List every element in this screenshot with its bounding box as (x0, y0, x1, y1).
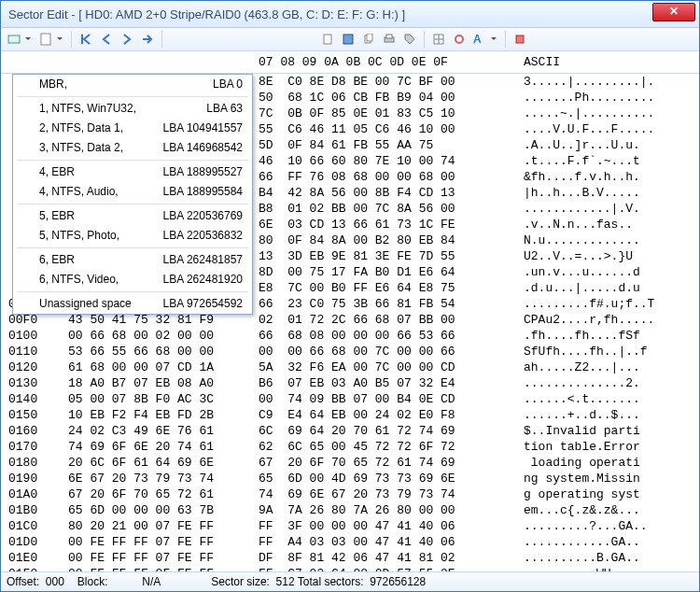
menu-item[interactable]: 3, NTFS, Data 2,LBA 146968542 (13, 138, 252, 158)
hex-cell-a: 18 A0 B7 07 EB 08 A0 (68, 375, 259, 391)
menu-item[interactable]: 4, EBRLBA 188995527 (13, 162, 252, 182)
hex-row[interactable]: 012061 68 00 00 07 CD 1A5A 32 F6 EA 00 7… (1, 359, 699, 375)
hex-cell-b: C9 E4 64 EB 00 24 02 E0 F8 (259, 407, 516, 423)
save-button[interactable] (339, 30, 357, 49)
ascii-cell: g operating syst (516, 486, 699, 502)
hex-row[interactable]: 011053 66 55 66 68 00 0000 00 66 68 00 7… (1, 344, 699, 359)
tag-button[interactable] (400, 30, 419, 49)
offset-cell: 0120 (1, 359, 68, 375)
hex-row[interactable]: 01A067 20 6F 70 65 72 6174 69 6E 67 20 7… (1, 486, 699, 502)
print-button[interactable] (380, 30, 399, 49)
hex-cell-a: 80 20 21 00 07 FE FF (68, 518, 259, 534)
menu-item[interactable]: 6, NTFS, Video,LBA 262481920 (13, 270, 252, 289)
open-disk-dropdown[interactable] (5, 30, 35, 49)
help-button[interactable] (511, 30, 529, 49)
hex-row[interactable]: 01D000 FE FF FF 07 FE FFFF A4 03 03 00 4… (1, 534, 699, 550)
offset-cell: 01A0 (1, 486, 68, 502)
hex-cell-b: 66 68 08 00 00 00 66 53 66 (259, 328, 516, 344)
menu-separator (17, 247, 248, 248)
hex-row[interactable]: 010000 66 68 00 02 00 0066 68 08 00 00 0… (1, 328, 699, 344)
menu-item-label: 6, NTFS, Video, (39, 272, 119, 288)
menu-item-lba: LBA 972654592 (163, 296, 243, 312)
nav-first-button[interactable] (77, 30, 95, 49)
print-icon (384, 34, 395, 45)
menu-item[interactable]: Unassigned spaceLBA 972654592 (13, 294, 252, 314)
menu-item[interactable]: 2, NTFS, Data 1,LBA 104941557 (13, 119, 252, 138)
menu-item-lba: LBA 262481920 (163, 272, 243, 288)
menu-item-label: 1, NTFS, Win7U32, (39, 101, 136, 117)
hex-row[interactable]: 01C080 20 21 00 07 FE FFFF 3F 00 00 00 4… (1, 518, 699, 534)
menu-separator (17, 160, 248, 161)
grid-icon (433, 34, 444, 45)
window-title: Sector Edit - [ HD0: AMD 2+0 Stripe/RAID… (8, 7, 405, 21)
ascii-header: ASCII (516, 54, 699, 70)
menu-item-label: 4, NTFS, Audio, (39, 184, 119, 200)
hex-row[interactable]: 01906E 67 20 73 79 73 7465 6D 00 4D 69 7… (1, 471, 699, 486)
ascii-cell: &fh....f.v.h..h. (516, 169, 699, 185)
hex-cell-a: 00 66 68 00 02 00 00 (68, 328, 259, 344)
hex-cell-b: 5A 32 F6 EA 00 7C 00 00 CD (259, 359, 516, 375)
hex-cell-b: 66 23 C0 75 3B 66 81 FB 54 (259, 296, 516, 312)
menu-item-lba: LBA 146968542 (163, 140, 243, 156)
font-dropdown[interactable]: A (470, 30, 500, 49)
hex-cell-b: 8D 00 75 17 FA B0 D1 E6 64 (259, 264, 516, 280)
ascii-cell: ............|.V. (516, 201, 699, 217)
goto-icon (142, 34, 153, 45)
font-icon: A (473, 33, 482, 46)
hex-cell-b: 55 C6 46 11 05 C6 46 10 00 (259, 121, 516, 137)
tool1-button[interactable] (429, 30, 448, 49)
hex-cell-b: DF 8F 81 42 06 47 41 81 02 (259, 550, 516, 566)
close-button[interactable]: ✕ (652, 3, 695, 21)
copy-button[interactable] (359, 30, 378, 49)
hex-row[interactable]: 015010 EB F2 F4 EB FD 2BC9 E4 64 EB 00 2… (1, 407, 699, 423)
hex-row[interactable]: 014005 00 07 8B F0 AC 3C00 74 09 BB 07 0… (1, 391, 699, 407)
hex-cell-b: 67 20 6F 70 65 72 61 74 69 (259, 455, 516, 471)
block-label: Block: (77, 575, 108, 588)
tool2-button[interactable] (450, 30, 469, 49)
menu-item-label: 4, EBR (39, 164, 75, 180)
menu-item[interactable]: 6, EBRLBA 262481857 (13, 250, 252, 270)
ascii-cell: U2..V..=...>.}U (516, 248, 699, 264)
hex-cell-b: 46 10 66 60 80 7E 10 00 74 (259, 153, 516, 169)
hex-row[interactable]: 018020 6C 6F 61 64 69 6E67 20 6F 70 65 7… (1, 455, 699, 471)
ascii-cell: ....V.U.F...F..... (516, 121, 699, 137)
app-window: Sector Edit - [ HD0: AMD 2+0 Stripe/RAID… (0, 0, 700, 592)
menu-item-lba: LBA 188995527 (163, 164, 243, 180)
new-button[interactable] (318, 30, 337, 49)
menu-item-lba: LBA 104941557 (163, 120, 243, 136)
ascii-cell: $..Invalid parti (516, 423, 699, 439)
menu-item[interactable]: 5, EBRLBA 220536769 (13, 206, 252, 226)
disk-icon (7, 33, 21, 46)
hex-cell-a: 00 FE FF FF 07 FE FF (68, 550, 259, 566)
hex-cell-b: FF 3F 00 00 00 47 41 40 06 (259, 518, 516, 534)
hex-cell-b: B4 42 8A 56 00 8B F4 CD 13 (259, 185, 516, 201)
menu-item[interactable]: MBR,LBA 0 (13, 75, 252, 94)
hex-row[interactable]: 016024 02 C3 49 6E 76 616C 69 64 20 70 6… (1, 423, 699, 439)
menu-item-lba: LBA 220536769 (163, 208, 243, 224)
menu-item-label: 6, EBR (39, 252, 75, 268)
open-file-dropdown[interactable] (36, 30, 66, 49)
hex-row[interactable]: 01B065 6D 00 00 00 63 7B9A 7A 26 80 7A 2… (1, 502, 699, 518)
offset-cell: 0100 (1, 328, 68, 344)
hex-rows[interactable]: 8E C0 8E D8 BE 00 7C BF 003.....|.......… (1, 74, 699, 574)
nav-goto-button[interactable] (138, 30, 157, 49)
ascii-cell: .v..N.n...fas.. (516, 217, 699, 233)
svg-rect-1 (41, 34, 50, 45)
menu-item-lba: LBA 0 (213, 77, 243, 92)
hex-cell-a: 53 66 55 66 68 00 00 (68, 344, 259, 359)
ascii-cell: N.u............. (516, 233, 699, 248)
hex-row[interactable]: 013018 A0 B7 07 EB 08 A0B6 07 EB 03 A0 B… (1, 375, 699, 391)
hex-cell-a: 05 00 07 8B F0 AC 3C (68, 391, 259, 407)
hex-row[interactable]: 01E000 FE FF FF 07 FE FFDF 8F 81 42 06 4… (1, 550, 699, 566)
hex-cell-a: 65 6D 00 00 00 63 7B (68, 502, 259, 518)
nav-prev-button[interactable] (97, 30, 116, 49)
titlebar[interactable]: Sector Edit - [ HD0: AMD 2+0 Stripe/RAID… (1, 1, 699, 28)
menu-item[interactable]: 5, NTFS, Photo,LBA 220536832 (13, 226, 252, 246)
menu-item[interactable]: 1, NTFS, Win7U32,LBA 63 (13, 99, 252, 119)
prev-icon (101, 34, 112, 45)
menu-item[interactable]: 4, NTFS, Audio,LBA 188995584 (13, 182, 252, 202)
hex-row[interactable]: 017074 69 6F 6E 20 74 6162 6C 65 00 45 7… (1, 439, 699, 455)
ascii-cell: ......+..d..$... (516, 407, 699, 423)
svg-rect-7 (386, 35, 392, 38)
nav-next-button[interactable] (118, 30, 136, 49)
